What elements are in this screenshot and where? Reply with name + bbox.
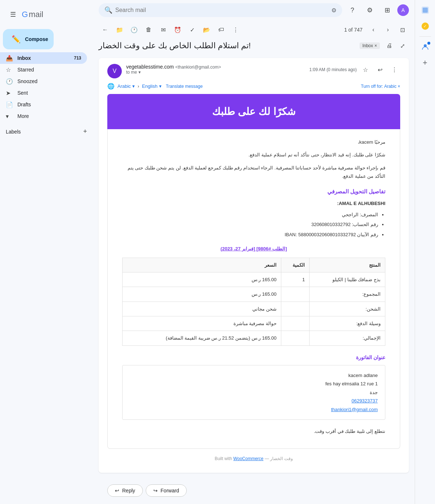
order-link[interactable]: [الطلب #9806] [فبراير 27، 2023) [220, 246, 287, 251]
compose-button[interactable]: ✏️ Compose [3, 29, 54, 49]
add-to-tasks-button[interactable]: ✓ [186, 23, 199, 36]
right-panel: ✓ + [415, 0, 435, 504]
translate-message-link[interactable]: Translate message [166, 84, 203, 89]
search-input[interactable] [115, 7, 328, 13]
target-lang-chevron: ▾ [159, 83, 162, 89]
drafts-icon: 📄 [6, 101, 13, 108]
more-toolbar-button[interactable]: ⋮ [229, 23, 242, 36]
snooze-button[interactable]: 🕐 [128, 23, 141, 36]
grand-total-empty [281, 331, 309, 345]
expand-to-icon[interactable]: ▾ [138, 70, 141, 75]
billing-name: kacem adlane [130, 371, 378, 380]
reply-header-button[interactable]: ↩ [374, 64, 386, 75]
payment-label: وسيلة الدفع: [309, 316, 385, 331]
order-link-line: [الطلب #9806] [فبراير 27، 2023) [122, 245, 385, 253]
sidebar-item-snoozed[interactable]: 🕐 Snoozed [0, 75, 87, 87]
starred-icon: ☆ [6, 66, 13, 73]
back-button[interactable]: ← [99, 23, 112, 36]
more-header-button[interactable]: ⋮ [389, 64, 400, 75]
product-name: بذج ضمافك طلينا | الكيلو [309, 272, 385, 287]
tasks-panel-icon[interactable]: ✓ [418, 19, 432, 33]
settings-button[interactable]: ⚙ [362, 3, 377, 17]
next-thread-button[interactable]: › [381, 23, 394, 36]
summary-row-total: المجموع: 165.00 ر.س [123, 287, 385, 302]
target-lang-text: English [142, 83, 158, 89]
email-banner: شكرًا لك على طلبك [107, 94, 400, 129]
label-button[interactable]: 🏷 [215, 23, 228, 36]
label-close-icon[interactable]: × [374, 43, 377, 48]
source-lang-chevron: ▾ [132, 83, 135, 89]
reply-btn-icon: ↩ [115, 488, 119, 493]
grand-total-value: 165.00 ر.س (يتضمن 21.52 ر.س ضريبة القيمة… [123, 331, 281, 345]
sidebar-item-drafts[interactable]: 📄 Drafts [0, 99, 87, 110]
topbar: 🔍 ⚙ ? ⚙ ⊞ A [93, 0, 415, 20]
add-label-button[interactable]: + [83, 128, 87, 135]
bank-name: AMAL E ALHUBESHI: [122, 199, 385, 208]
inbox-label-badge[interactable]: Inbox × [360, 42, 380, 49]
star-button[interactable]: ☆ [360, 64, 371, 75]
turnoff-close-icon[interactable]: × [398, 84, 400, 89]
bank-detail-2: رقم الآيبان IBAN: 5880000320608010332792 [122, 230, 378, 239]
mark-unread-button[interactable]: ✉ [157, 23, 170, 36]
hamburger-menu[interactable]: ☰ [6, 7, 20, 22]
view-toggle-button[interactable]: ⊡ [396, 23, 409, 36]
turnoff-translation-link[interactable]: Turn off for: Arabic × [361, 84, 400, 89]
email-header: V vegetablesstime.com <thankiori@gmail.c… [99, 58, 409, 81]
order-table: المنتج الكمية السعر بذج ضمافك طلينا | ال… [122, 258, 385, 346]
add-panel-button[interactable]: + [418, 56, 432, 70]
new-window-button[interactable]: ⤢ [396, 39, 409, 52]
forward-button[interactable]: ↪ Forward [146, 484, 187, 497]
help-button[interactable]: ? [345, 3, 360, 17]
woocommerce-link[interactable]: WooCommerce [233, 456, 264, 461]
sidebar-item-more[interactable]: ▾ More [0, 110, 87, 122]
snooze2-button[interactable]: ⏰ [171, 23, 184, 36]
product-qty: 1 [281, 272, 309, 287]
billing-box: kacem adlane fes hay elmsalia 12 rue 1 ج… [122, 365, 385, 420]
target-language-select[interactable]: English ▾ [142, 83, 162, 89]
delete-button[interactable]: 🗑 [142, 23, 155, 36]
reply-button[interactable]: ↩ Reply [107, 484, 143, 497]
source-language-select[interactable]: Arabic ▾ [117, 83, 135, 89]
sidebar-item-sent[interactable]: ➤ Sent [0, 87, 87, 99]
archive-button[interactable]: 📁 [113, 23, 126, 36]
total-label: المجموع: [309, 287, 385, 302]
sidebar-item-sent-label: Sent [17, 90, 28, 96]
prev-thread-button[interactable]: ‹ [367, 23, 380, 36]
email-closing: نتطلع إلى تلبية طلبك في أقرب وقت. [122, 427, 385, 435]
shipping-value: شحن مجاني [123, 302, 281, 316]
email-body: شكرًا لك على طلبك مرحبًا kacem، شكرًا عل… [99, 94, 409, 473]
forward-btn-icon: ↪ [153, 488, 158, 493]
sender-name: vegetablesstime.com [126, 64, 174, 70]
payment-value: حوالة مصرفية مباشرة [123, 316, 281, 331]
translation-arrow: › [138, 84, 139, 89]
apps-button[interactable]: ⊞ [380, 3, 394, 17]
compose-label: Compose [25, 36, 48, 42]
to-label: to me ▾ [126, 70, 305, 75]
search-bar[interactable]: 🔍 ⚙ [99, 3, 342, 17]
contact-panel-icon[interactable] [418, 40, 432, 54]
payment-empty [281, 316, 309, 331]
sender-info: vegetablesstime.com <thankiori@gmail.com… [126, 64, 305, 75]
grand-total-label: الإجمالي: [309, 331, 385, 345]
sidebar-item-inbox[interactable]: 📥 Inbox 713 [0, 52, 87, 64]
print-button[interactable]: 🖨 [383, 39, 396, 52]
gmail-logo[interactable]: Gmail [22, 10, 43, 19]
sidebar: ☰ Gmail ✏️ Compose 📥 Inbox 713 ☆ Starred… [0, 0, 93, 504]
thread-toolbar: ← 📁 🕐 🗑 ✉ ⏰ ✓ 📂 🏷 ⋮ 1 of 747 ‹ › ⊡ [99, 20, 409, 39]
translate-icon: 🌐 [107, 83, 115, 90]
summary-row-grand-total: الإجمالي: 165.00 ر.س (يتضمن 21.52 ر.س ضر… [123, 331, 385, 345]
bank-detail-1: رقم الحساب: 320608010332792 [122, 220, 378, 229]
thread-count: 1 of 747 [344, 27, 362, 33]
contact-notification-dot [427, 42, 430, 45]
main-area: 🔍 ⚙ ? ⚙ ⊞ A ← 📁 🕐 🗑 ✉ ⏰ ✓ 📂 🏷 ⋮ 1 of 747… [93, 0, 415, 504]
summary-row-shipping: الشحن: شحن مجاني [123, 302, 385, 316]
move-to-button[interactable]: 📂 [200, 23, 213, 36]
logo-g: G [22, 10, 28, 19]
bank-transfer-heading: تفاصيل التحويل المصرفي [122, 187, 385, 196]
reply-bar: ↩ Reply ↪ Forward [99, 479, 409, 503]
sidebar-item-starred[interactable]: ☆ Starred [0, 64, 87, 75]
meet-panel-icon[interactable] [418, 3, 432, 17]
user-avatar[interactable]: A [397, 4, 409, 16]
topbar-actions: ? ⚙ ⊞ A [345, 3, 409, 17]
search-filter-icon[interactable]: ⚙ [331, 7, 336, 14]
